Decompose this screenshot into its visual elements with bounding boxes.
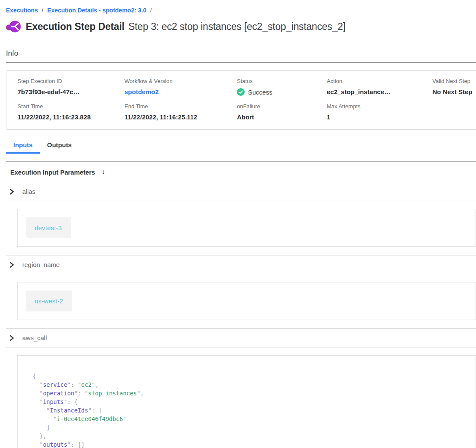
field-status: Status Success bbox=[237, 78, 327, 96]
execution-input-parameters-label: Execution Input Parameters bbox=[10, 169, 95, 176]
chevron-right-icon bbox=[9, 188, 15, 195]
breadcrumb-separator: / bbox=[42, 7, 44, 14]
field-label: Start Time bbox=[18, 103, 124, 110]
value-chip: devtest-3 bbox=[26, 217, 71, 238]
section-row-aws-call[interactable]: aws_call bbox=[6, 328, 476, 347]
info-divider bbox=[6, 62, 476, 63]
check-circle-icon bbox=[237, 88, 245, 96]
breadcrumb-link-execution-details[interactable]: Execution Details - spotdemo2: 3.0 bbox=[47, 7, 146, 14]
breadcrumb-separator: / bbox=[150, 7, 152, 14]
section-body-region-name: us-west-2 bbox=[17, 282, 476, 320]
status-badge: Success bbox=[237, 88, 327, 96]
section-name: aws_call bbox=[22, 334, 47, 341]
page-title: Execution Step Detail bbox=[26, 21, 124, 33]
tab-outputs[interactable]: Outputs bbox=[40, 138, 79, 153]
field-label: Workflow & Version bbox=[124, 78, 237, 84]
field-value: Abort bbox=[237, 113, 327, 121]
field-action: Action ec2_stop_instance… bbox=[327, 78, 432, 96]
field-label: Action bbox=[327, 78, 432, 84]
execution-step-detail-page: Executions / Execution Details - spotdem… bbox=[0, 0, 476, 448]
field-onfailure: onFailure Abort bbox=[237, 103, 327, 121]
field-value: 11/22/2022, 11:16:23.828 bbox=[18, 113, 124, 121]
page-header: Execution Step Detail Step 3: ec2 stop i… bbox=[6, 20, 476, 33]
field-label: Max Attempts bbox=[327, 103, 432, 110]
field-step-execution-id: Step Execution ID 7b73f93e-edaf-47c… bbox=[18, 78, 124, 96]
field-label: onFailure bbox=[237, 103, 327, 110]
field-value: No Next Step bbox=[432, 88, 476, 95]
section-alias: alias devtest-3 bbox=[6, 182, 476, 247]
field-start-time: Start Time 11/22/2022, 11:16:23.828 bbox=[18, 103, 124, 121]
section-aws-call: aws_call { "service": "ec2", "operation"… bbox=[6, 328, 476, 448]
code-box: { "service": "ec2", "operation": "stop_i… bbox=[17, 355, 476, 448]
info-heading: Info bbox=[6, 49, 476, 58]
tab-inputs[interactable]: Inputs bbox=[6, 138, 40, 154]
page-subtitle: Step 3: ec2 stop instances [ec2_stop_ins… bbox=[128, 21, 346, 33]
workflow-branch-icon bbox=[6, 20, 21, 33]
field-value: 11/22/2022, 11:16:25.112 bbox=[124, 113, 237, 121]
execution-input-parameters-header: Execution Input Parameters ↓ bbox=[6, 162, 476, 182]
section-row-region-name[interactable]: region_name bbox=[6, 255, 476, 274]
section-row-alias[interactable]: alias bbox=[6, 182, 476, 201]
field-end-time: End Time 11/22/2022, 11:16:25.112 bbox=[124, 103, 237, 121]
field-value: 1 bbox=[327, 113, 432, 121]
field-label: End Time bbox=[124, 103, 237, 110]
value-box: us-west-2 bbox=[17, 282, 476, 320]
field-value: ec2_stop_instance… bbox=[327, 88, 432, 95]
section-name: region_name bbox=[22, 261, 60, 268]
breadcrumb: Executions / Execution Details - spotdem… bbox=[6, 0, 476, 14]
field-valid-next-step: Valid Next Step No Next Step bbox=[432, 78, 476, 96]
json-code: { "service": "ec2", "operation": "stop_i… bbox=[33, 372, 467, 448]
field-max-attempts: Max Attempts 1 bbox=[327, 103, 432, 121]
field-label: Valid Next Step bbox=[432, 78, 476, 84]
breadcrumb-link-executions[interactable]: Executions bbox=[6, 7, 38, 14]
section-region-name: region_name us-west-2 bbox=[6, 255, 476, 320]
field-empty bbox=[432, 103, 476, 121]
tab-bar: Inputs Outputs bbox=[6, 138, 476, 153]
title-divider bbox=[6, 40, 476, 40]
field-value: 7b73f93e-edaf-47c… bbox=[18, 88, 124, 95]
chevron-right-icon bbox=[9, 261, 15, 268]
status-text: Success bbox=[248, 89, 272, 96]
section-body-alias: devtest-3 bbox=[17, 209, 476, 247]
field-label: Step Execution ID bbox=[18, 78, 124, 84]
value-chip: us-west-2 bbox=[26, 291, 72, 312]
arrow-down-icon[interactable]: ↓ bbox=[101, 168, 105, 176]
field-workflow-version: Workflow & Version spotdemo2 bbox=[124, 78, 237, 96]
workflow-link[interactable]: spotdemo2 bbox=[124, 88, 159, 95]
chevron-right-icon bbox=[9, 335, 15, 341]
section-name: alias bbox=[22, 188, 35, 195]
field-label: Status bbox=[237, 78, 327, 84]
value-box: devtest-3 bbox=[17, 209, 476, 247]
section-body-aws-call: { "service": "ec2", "operation": "stop_i… bbox=[17, 355, 476, 448]
info-card: Step Execution ID 7b73f93e-edaf-47c… Wor… bbox=[6, 70, 476, 130]
